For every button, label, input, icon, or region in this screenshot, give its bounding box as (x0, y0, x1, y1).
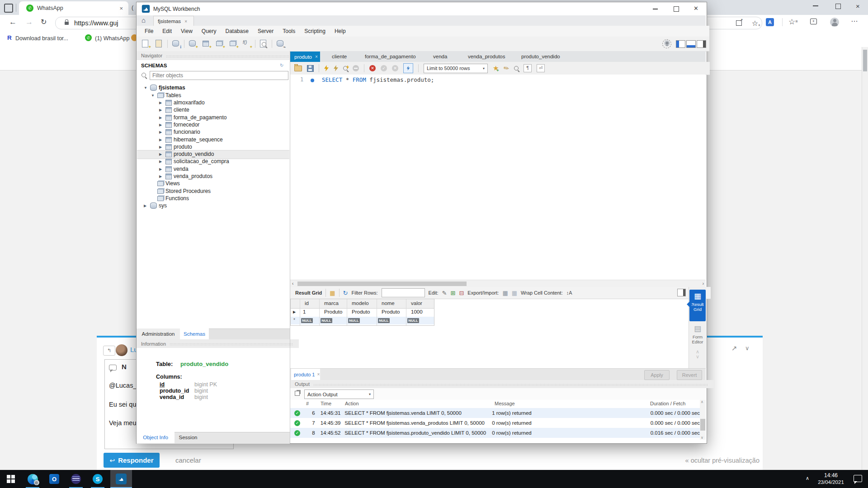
grid-col-header[interactable]: nome (382, 300, 395, 306)
menu-edit[interactable]: Edit (158, 28, 176, 34)
output-row[interactable]: ✓ 6 14:45:31 SELECT * FROM fjsistemas.ve… (290, 408, 700, 418)
grid-col-header[interactable]: marca (324, 300, 339, 306)
composer-bold-letter[interactable]: N (122, 363, 127, 371)
output-scrollbar-thumb[interactable] (700, 419, 705, 431)
more-menu-icon[interactable]: … (851, 15, 858, 23)
chevron-right-icon[interactable]: ▶ (144, 204, 148, 208)
cancel-link[interactable]: cancelar (175, 456, 201, 464)
output-col-time[interactable]: Time (321, 401, 331, 406)
create-procedure-icon[interactable]: + (228, 39, 239, 49)
scroll-right-icon[interactable]: › (703, 281, 704, 286)
menu-help[interactable]: Help (330, 28, 350, 34)
refresh-icon[interactable]: ↻ (41, 18, 47, 26)
tree-item-table[interactable]: ▶solicitacao_de_compra (159, 158, 229, 165)
tree-item-table[interactable]: ▶cliente (159, 106, 189, 113)
rollback-icon[interactable]: ✕ (392, 65, 398, 71)
tree-item-table[interactable]: ▶venda_produtos (159, 173, 212, 180)
form-editor-view-button[interactable]: ▤ Form Editor (689, 324, 706, 344)
create-function-icon[interactable]: f()+ (241, 39, 252, 49)
query-tab-close-icon[interactable]: × (315, 54, 318, 59)
output-col-num[interactable]: # (306, 401, 309, 406)
share-icon[interactable]: ↗ (736, 20, 742, 26)
delete-row-icon[interactable]: ⊟ (459, 290, 464, 296)
inspector-icon[interactable]: i (170, 39, 181, 49)
wb-minimize-icon[interactable] (653, 9, 658, 9)
scroll-left-icon[interactable]: ‹ (292, 281, 293, 286)
menu-query[interactable]: Query (197, 28, 221, 34)
tab-administration[interactable]: Administration (137, 328, 180, 339)
reply-button[interactable]: ↩ Responder (104, 453, 160, 468)
tray-chevron-icon[interactable]: ∧ (806, 475, 809, 481)
menu-file[interactable]: File (140, 28, 158, 34)
bookmark-item[interactable]: (1) WhatsApp (95, 35, 129, 42)
taskbar-clock[interactable]: 14:46 23/04/2021 (813, 472, 849, 486)
tree-item-table[interactable]: ▶almoxarifado (159, 99, 205, 106)
search-data-icon[interactable] (258, 39, 269, 49)
result-grid-view-button[interactable]: ▦ Result Grid (689, 290, 706, 321)
tree-item-schema[interactable]: ▼ fjsistemas (144, 84, 185, 91)
home-icon[interactable]: ⌂ (142, 16, 146, 24)
apply-button[interactable]: Apply (644, 370, 670, 380)
open-file-icon[interactable] (294, 66, 302, 71)
hscrollbar-thumb[interactable] (297, 282, 467, 286)
output-scrollbar[interactable]: ∧ ∨ (700, 400, 706, 440)
wrap-cell-icon[interactable]: ↕A (566, 290, 572, 296)
result-sheet-tab[interactable]: produto 1 × (291, 369, 320, 380)
collections-icon[interactable]: + (810, 19, 817, 24)
tab-object-info[interactable]: Object Info (137, 432, 175, 443)
schemas-refresh-icon[interactable]: ↻ (280, 63, 283, 68)
grid-data-row[interactable]: ▶ 1 Produto Produto Produto 1000 (291, 308, 434, 317)
grid-new-row[interactable]: * NULL NULL NULL NULL NULL (291, 317, 434, 324)
wrap-text-icon[interactable]: ⏎ (537, 64, 545, 72)
expand-composer-icon[interactable]: ↗ (731, 344, 737, 352)
new-sql-tab-icon[interactable]: + (140, 39, 151, 49)
tab-actions-icon[interactable] (4, 4, 13, 13)
tree-item-tables[interactable]: ▼ Tables (151, 92, 181, 99)
taskbar-workbench-button-active[interactable] (110, 470, 132, 488)
tab-session[interactable]: Session (175, 432, 202, 443)
forward-icon[interactable]: → (25, 18, 33, 27)
tree-item-sys-schema[interactable]: ▶ sys (144, 202, 167, 209)
query-tab[interactable]: venda (433, 54, 447, 59)
autocommit-toggle-icon[interactable] (403, 63, 413, 73)
tree-item-table[interactable]: ▶forma_de_pagamento (159, 114, 226, 121)
tree-item-table[interactable]: ▶funcionario (159, 128, 200, 136)
menu-scripting[interactable]: Scripting (300, 28, 330, 34)
scroll-up-icon[interactable]: ∧ (701, 400, 703, 404)
browser-tab-whatsapp[interactable]: ✆ WhatsApp × (19, 1, 128, 15)
tree-item-functions[interactable]: Functions (157, 195, 189, 202)
tree-item-views[interactable]: Views (157, 180, 180, 187)
commit-icon[interactable]: ✓ (381, 65, 387, 71)
create-view-icon[interactable]: + (214, 39, 225, 49)
taskbar-eclipse-button[interactable] (65, 470, 87, 488)
save-script-icon[interactable] (307, 65, 314, 72)
wb-maximize-icon[interactable] (674, 6, 679, 12)
refresh-grid-icon[interactable]: ↻ (343, 290, 348, 296)
create-table-icon[interactable]: + (201, 39, 212, 49)
taskbar-outlook-button[interactable]: O (43, 470, 65, 488)
tree-item-procedures[interactable]: Stored Procedures (157, 188, 211, 195)
menu-server[interactable]: Server (253, 28, 278, 34)
filter-rows-input[interactable] (382, 288, 425, 297)
back-icon[interactable]: ← (9, 18, 17, 27)
stop-on-error-icon[interactable]: ✕ (369, 65, 376, 71)
tree-item-table-selected[interactable]: ▶produto_vendido (159, 150, 214, 158)
page-scrollbar[interactable] (862, 47, 868, 470)
chevron-down-icon[interactable]: ▼ (151, 94, 156, 98)
tab-schemas[interactable]: Schemas (180, 328, 209, 339)
query-tab[interactable]: venda_produtos (468, 54, 505, 59)
hide-preview-link[interactable]: « ocultar pré-visualização (610, 457, 760, 464)
tree-item-table[interactable]: ▶venda (159, 165, 189, 173)
grid-view-icon[interactable]: ▦ (330, 290, 335, 296)
connection-tab[interactable]: fjsistemas × (153, 16, 194, 26)
create-schema-icon[interactable]: + (187, 39, 198, 49)
scroll-down-icon[interactable]: ∨ (701, 436, 703, 440)
forum-avatar[interactable] (116, 344, 127, 356)
revert-button[interactable]: Revert (677, 370, 702, 380)
grid-col-header[interactable]: valor (411, 300, 422, 306)
explain-icon[interactable] (343, 64, 348, 72)
edit-pencil-icon[interactable]: ✎ (442, 290, 447, 296)
stop-icon[interactable] (353, 65, 359, 71)
toggle-left-panel-icon[interactable] (676, 40, 685, 48)
beautify-icon[interactable]: ✎ (502, 64, 511, 73)
